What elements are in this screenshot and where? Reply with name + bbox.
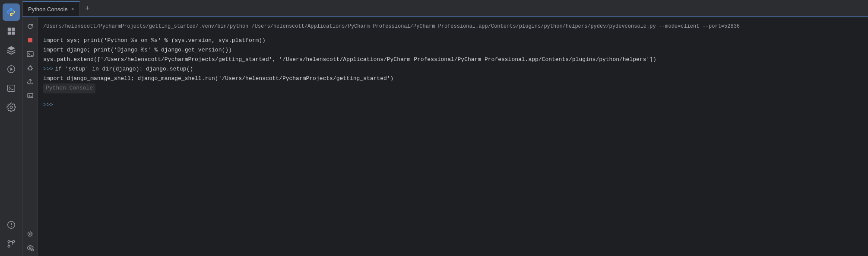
svg-point-10 — [13, 240, 15, 243]
line-5-text: import django_manage_shell; django_manag… — [43, 74, 393, 83]
tab-add-button[interactable]: + — [80, 1, 95, 16]
svg-rect-5 — [7, 85, 15, 92]
svg-rect-3 — [11, 32, 14, 35]
console-settings-icon[interactable] — [25, 228, 36, 240]
svg-rect-13 — [27, 51, 33, 57]
svg-rect-1 — [11, 28, 14, 31]
prompt-main: >>> — [43, 101, 53, 110]
prompt-cursor — [55, 101, 58, 110]
svg-point-17 — [29, 247, 31, 249]
svg-rect-2 — [7, 32, 10, 35]
console-line-5: import django_manage_shell; django_manag… — [43, 74, 863, 83]
svg-point-9 — [8, 240, 10, 243]
sidebar-icon-git[interactable] — [3, 235, 20, 253]
sidebar-icon-packages[interactable] — [3, 22, 20, 40]
console-line-3: sys.path.extend(['/Users/helenscott/Pych… — [43, 55, 863, 64]
svg-rect-0 — [7, 28, 10, 31]
line-3-text: sys.path.extend(['/Users/helenscott/Pych… — [43, 55, 656, 64]
execute-in-console-icon[interactable] — [25, 48, 36, 60]
sidebar-icon-alert[interactable] — [3, 216, 20, 234]
svg-point-11 — [8, 245, 10, 247]
console-area: /Users/helenscott/PycharmProjects/gettin… — [22, 17, 868, 256]
line-2-text: import django; print('Django %s' % djang… — [43, 46, 232, 55]
svg-point-6 — [10, 106, 13, 109]
tab-close-button[interactable]: × — [71, 6, 74, 12]
line-1-text: import sys; print('Python %s on %s' % (s… — [43, 36, 266, 45]
svg-point-16 — [29, 233, 31, 235]
export-icon[interactable] — [25, 76, 36, 87]
debug-icon[interactable] — [25, 62, 36, 74]
console-prompt-line[interactable]: >>> — [43, 100, 863, 110]
tab-bar: Python Console × + — [22, 0, 868, 17]
sidebar — [0, 0, 22, 256]
console-line-2: import django; print('Django %s' % djang… — [43, 45, 863, 55]
svg-point-8 — [11, 226, 12, 227]
rerun-icon[interactable] — [25, 21, 36, 32]
sidebar-icon-settings[interactable] — [3, 99, 20, 116]
prompt-4: >>> — [43, 65, 53, 74]
tab-python-console[interactable]: Python Console × — [22, 1, 80, 16]
sidebar-icon-terminal[interactable] — [3, 80, 20, 97]
path-text: /Users/helenscott/PycharmProjects/gettin… — [43, 22, 740, 31]
sidebar-icon-layers[interactable] — [3, 42, 20, 59]
console-output[interactable]: /Users/helenscott/PycharmProjects/gettin… — [38, 17, 868, 256]
svg-rect-12 — [28, 38, 32, 42]
console2-icon[interactable] — [25, 90, 36, 101]
console-toolbar — [22, 17, 38, 256]
eye-icon[interactable] — [25, 242, 36, 253]
console-label-text: Python Console — [43, 83, 95, 93]
console-path-line: /Users/helenscott/PycharmProjects/gettin… — [43, 21, 863, 32]
line-4-text: if 'setup' in dir(django): django.setup(… — [55, 65, 193, 74]
stop-icon[interactable] — [25, 35, 36, 46]
sidebar-icon-python[interactable] — [3, 3, 20, 21]
main-panel: Python Console × + — [22, 0, 868, 256]
sidebar-icon-run[interactable] — [3, 61, 20, 78]
console-line-4: >>> if 'setup' in dir(django): django.se… — [43, 64, 863, 74]
tab-label: Python Console — [28, 6, 68, 13]
console-line-1: import sys; print('Python %s on %s' % (s… — [43, 36, 863, 45]
console-label-line: Python Console — [43, 83, 863, 93]
